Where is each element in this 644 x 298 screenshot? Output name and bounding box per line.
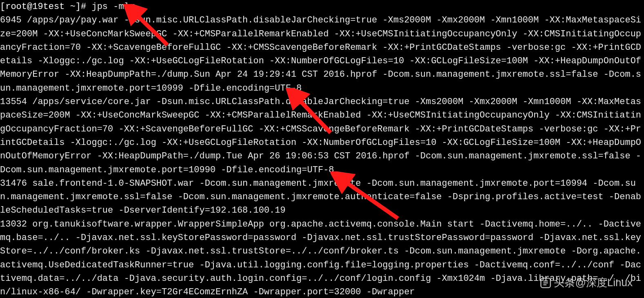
watermark: 头条@深度Linux xyxy=(540,276,633,290)
command-output: 6945 /apps/pay/pay.war -Dsun.misc.URLCla… xyxy=(0,15,641,297)
shell-command: jps -mlv xyxy=(91,2,135,12)
toutiao-icon xyxy=(540,277,551,289)
terminal-output: [root@19test ~]# jps -mlv 6945 /apps/pay… xyxy=(0,0,644,298)
watermark-text: 头条@深度Linux xyxy=(554,276,633,290)
shell-prompt: [root@19test ~]# xyxy=(0,2,91,12)
